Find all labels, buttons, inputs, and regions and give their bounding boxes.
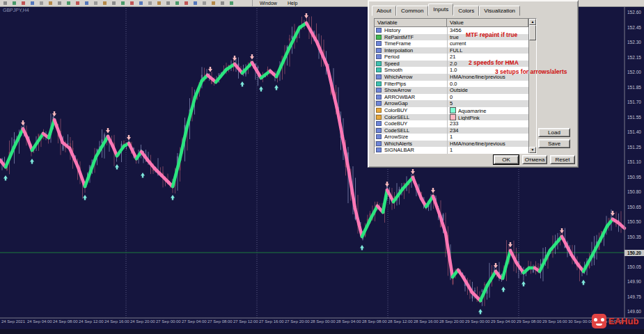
time-tick-label: 27 Sep 12:00 xyxy=(233,319,258,324)
tab-colors[interactable]: Colors xyxy=(453,6,479,16)
scroll-thumb[interactable] xyxy=(529,25,536,40)
toolbar-icon[interactable] xyxy=(157,1,161,5)
scroll-up-button[interactable]: ▲ xyxy=(529,19,536,25)
toolbar-icon[interactable] xyxy=(22,1,25,5)
toolbar-icon[interactable] xyxy=(13,1,16,5)
tab-common[interactable]: Common xyxy=(396,6,428,16)
toolbar-icon[interactable] xyxy=(175,1,179,5)
toolbar-icon[interactable] xyxy=(94,1,97,5)
param-value[interactable]: 233 xyxy=(450,120,459,127)
param-value[interactable]: 0 xyxy=(450,94,453,101)
toolbar-icon[interactable] xyxy=(67,1,70,5)
time-tick-label: 24 Sep 04:00 xyxy=(27,319,52,324)
hma-line-segment xyxy=(23,129,28,139)
param-name: ARROWBAR xyxy=(384,94,415,101)
toolbar-icon[interactable] xyxy=(112,1,116,5)
toolbar-icon[interactable] xyxy=(31,1,34,5)
cancel-button[interactable]: Отмена xyxy=(522,155,547,164)
param-value[interactable]: Outside xyxy=(450,87,468,94)
buy-arrow-icon xyxy=(83,195,87,200)
param-row-TimeFrame[interactable]: TimeFrame current xyxy=(375,40,536,47)
menu-item-help[interactable]: Help xyxy=(285,0,299,6)
param-value[interactable]: 1 xyxy=(450,147,453,154)
param-value[interactable]: 21 xyxy=(450,54,455,61)
annotation-setups: 3 setups for arrows/alerts xyxy=(495,68,567,75)
toolbar-icon[interactable] xyxy=(139,1,143,5)
ok-button[interactable]: OK xyxy=(494,155,519,164)
param-value[interactable]: true xyxy=(450,34,459,41)
price-axis[interactable]: 152.60152.45152.30152.15152.00151.85151.… xyxy=(625,6,644,318)
toolbar-icon[interactable] xyxy=(148,1,152,5)
toolbar-icon[interactable] xyxy=(49,1,52,5)
toolbar-icon[interactable] xyxy=(76,1,79,5)
param-row-ColorSELL[interactable]: ColorSELL LightPink xyxy=(375,114,536,121)
time-tick-label: 30 Sep 00:00 xyxy=(568,319,593,324)
param-row-SIGNALBAR[interactable]: SIGNALBAR 1 xyxy=(375,147,536,154)
param-row-ArrowGap[interactable]: ArrowGap 5 xyxy=(375,100,536,107)
save-button[interactable]: Save xyxy=(538,139,570,148)
sell-arrow-icon xyxy=(21,120,25,126)
tab-visualization[interactable]: Visualization xyxy=(479,6,520,16)
param-row-CodeSELL[interactable]: CodeSELL 234 xyxy=(375,127,536,134)
toolbar-icon[interactable] xyxy=(230,1,233,5)
param-value[interactable]: HMA/none/line/previous xyxy=(450,141,505,148)
scroll-down-button[interactable]: ▼ xyxy=(529,147,536,153)
toolbar-icon[interactable] xyxy=(103,1,107,5)
time-tick-label: 27 Sep 00:00 xyxy=(156,319,181,324)
param-value[interactable]: 234 xyxy=(450,127,459,134)
load-button[interactable]: Load xyxy=(538,128,570,137)
time-tick-label: 27 Sep 16:00 xyxy=(259,319,284,324)
param-row-FilterPips[interactable]: FilterPips 0.0 xyxy=(375,81,536,88)
param-value[interactable]: FULL xyxy=(450,47,462,54)
buy-arrow-icon xyxy=(259,86,263,92)
param-row-WhichAlerts[interactable]: WhichAlerts HMA/none/line/previous xyxy=(375,141,536,148)
param-row-ArrowSize[interactable]: ArrowSize 1 xyxy=(375,134,536,141)
time-axis[interactable]: 24 Sep 202124 Sep 04:0024 Sep 08:0024 Se… xyxy=(0,319,625,328)
toolbar-icon[interactable] xyxy=(40,1,43,5)
price-tick-label: 151.10 xyxy=(627,159,641,164)
time-tick-label: 27 Sep 04:00 xyxy=(182,319,207,324)
toolbar-icon[interactable] xyxy=(58,1,61,5)
param-row-ColorBUY[interactable]: ColorBUY Aquamarine xyxy=(375,107,536,114)
toolbar-icon[interactable] xyxy=(203,1,206,5)
toolbar-icon[interactable] xyxy=(221,1,224,5)
hma-line-segment xyxy=(517,263,524,273)
buy-arrow-icon xyxy=(521,281,526,287)
tab-inputs[interactable]: Inputs xyxy=(428,3,453,15)
toolbar-icon[interactable] xyxy=(184,1,188,5)
param-row-ShowArrow[interactable]: ShowArrow Outside xyxy=(375,87,536,94)
reset-button[interactable]: Reset xyxy=(550,155,575,164)
param-name: Period xyxy=(384,54,400,61)
table-scrollbar[interactable]: ▲ ▼ xyxy=(528,19,536,153)
menu-item-window[interactable]: Window xyxy=(258,0,279,6)
toolbar-icon[interactable] xyxy=(194,1,197,5)
param-value[interactable]: 3456 xyxy=(450,27,462,34)
param-name: History xyxy=(384,27,400,34)
param-row-CodeBUY[interactable]: CodeBUY 233 xyxy=(375,120,536,127)
eahub-logo-text: EAHub xyxy=(608,316,638,326)
eahub-logo-icon xyxy=(592,314,606,328)
toolbar-icon[interactable] xyxy=(3,1,7,5)
toolbar-icon[interactable] xyxy=(121,1,125,5)
time-tick-label: 28 Sep 00:00 xyxy=(311,319,336,324)
buy-arrow-icon xyxy=(30,159,34,164)
param-value[interactable]: 5 xyxy=(450,100,453,107)
toolbar-icon[interactable] xyxy=(166,1,170,5)
toolbar-icon[interactable] xyxy=(212,1,215,5)
sell-arrow-icon xyxy=(250,54,254,60)
tab-about[interactable]: About xyxy=(372,6,396,16)
toolbar-icon[interactable] xyxy=(130,1,134,5)
time-tick-label: 29 Sep 08:00 xyxy=(517,319,542,324)
param-value[interactable]: 1.0 xyxy=(450,67,457,74)
param-row-Interpolation[interactable]: Interpolation FULL xyxy=(375,47,536,54)
param-value[interactable]: 2.0 xyxy=(450,61,457,67)
param-value[interactable]: current xyxy=(450,40,466,47)
time-tick-label: 27 Sep 20:00 xyxy=(285,319,310,324)
hma-line-segment xyxy=(618,223,625,228)
toolbar-icon[interactable] xyxy=(85,1,88,5)
hma-line-segment xyxy=(14,129,23,148)
param-value[interactable]: 1 xyxy=(450,134,453,141)
param-row-ARROWBAR[interactable]: ARROWBAR 0 xyxy=(375,94,536,101)
param-value[interactable]: 0.0 xyxy=(450,81,457,88)
param-name: FilterPips xyxy=(384,81,406,88)
